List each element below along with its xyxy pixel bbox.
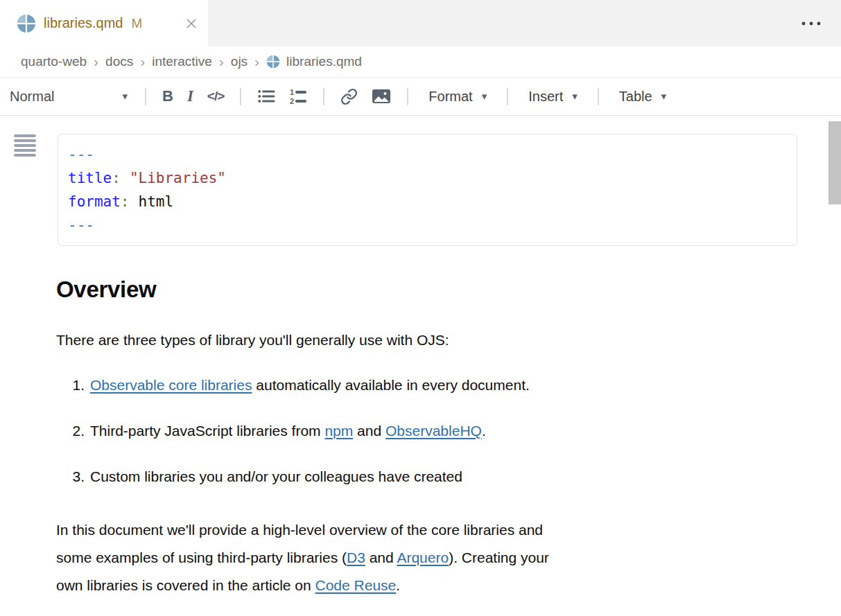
toolbar-separator <box>145 88 146 105</box>
yaml-key: format <box>68 193 121 210</box>
scrollbar-thumb[interactable] <box>829 121 841 204</box>
toolbar-separator <box>323 88 324 105</box>
intro-paragraph: There are three types of library you'll … <box>56 332 841 349</box>
chevron-down-icon: ▾ <box>661 90 667 103</box>
editor-content: --- title:"Libraries" format:html --- Ov… <box>0 134 841 599</box>
list-item: 3. Custom libraries you and/or your coll… <box>56 466 841 487</box>
list-item-text-segment: . <box>482 423 486 439</box>
yaml-colon: : <box>121 193 130 210</box>
link-button[interactable] <box>340 88 358 105</box>
insert-menu-button[interactable]: Insert ▾ <box>524 88 582 105</box>
breadcrumb-item[interactable]: interactive <box>152 54 212 69</box>
list-item-text: Custom libraries you and/or your colleag… <box>90 466 462 487</box>
bold-button[interactable]: B <box>162 87 173 105</box>
link-observable-core-libraries[interactable]: Observable core libraries <box>90 377 252 393</box>
yaml-line: --- <box>68 143 786 166</box>
tab-libraries-qmd[interactable]: libraries.qmd M <box>0 0 208 46</box>
yaml-front-matter[interactable]: --- title:"Libraries" format:html --- <box>58 134 797 246</box>
table-menu-button[interactable]: Table ▾ <box>615 88 670 105</box>
modified-badge: M <box>131 16 142 31</box>
link-npm[interactable]: npm <box>324 423 353 439</box>
quarto-visual-editor-window: libraries.qmd M quarto-web › docs › inte… <box>0 0 841 616</box>
quarto-icon <box>17 14 36 33</box>
chevron-right-icon: › <box>94 54 98 70</box>
close-icon[interactable] <box>186 18 197 29</box>
numbered-list-icon: 1 2 <box>289 87 307 105</box>
paragraph-line: In this document we'll provide a high-le… <box>56 516 777 544</box>
paragraph-style-value: Normal <box>10 89 54 105</box>
bullet-list-icon <box>257 88 275 105</box>
yaml-line: --- <box>68 213 786 237</box>
formatting-toolbar: Normal ▾ B I </> 1 2 <box>0 78 841 116</box>
page-title: Overview <box>56 276 841 303</box>
yaml-line: title:"Libraries" <box>68 166 786 190</box>
code-button[interactable]: </> <box>207 89 224 104</box>
library-types-list: 1. Observable core libraries automatical… <box>56 375 841 487</box>
yaml-key: title <box>68 170 112 186</box>
list-item-text-segment: automatically available in every documen… <box>252 377 529 393</box>
yaml-delimiter: --- <box>68 146 94 163</box>
paragraph-text-segment: ). Creating your <box>449 549 549 565</box>
chevron-down-icon: ▾ <box>482 90 487 103</box>
list-item-text-segment: and <box>353 423 385 439</box>
breadcrumb-item[interactable]: ojs <box>231 54 248 69</box>
svg-text:2: 2 <box>290 97 294 105</box>
paragraph-style-dropdown[interactable]: Normal ▾ <box>10 89 128 105</box>
link-code-reuse[interactable]: Code Reuse <box>315 577 397 593</box>
chevron-right-icon: › <box>140 54 145 70</box>
chevron-right-icon: › <box>219 54 224 70</box>
chevron-down-icon: ▾ <box>572 90 578 103</box>
tab-bar: libraries.qmd M <box>0 0 841 46</box>
yaml-line: format:html <box>68 190 786 213</box>
paragraph-line: own libraries is covered in the article … <box>56 572 777 599</box>
breadcrumb-item-file[interactable]: libraries.qmd <box>266 54 362 69</box>
list-number: 1. <box>56 375 85 396</box>
yaml-value: html <box>139 193 174 210</box>
breadcrumb-item[interactable]: quarto-web <box>21 54 87 69</box>
link-icon <box>340 88 358 105</box>
image-icon <box>372 88 391 105</box>
toolbar-separator <box>598 88 599 105</box>
list-number: 2. <box>56 421 85 441</box>
paragraph-text-segment: and <box>365 549 397 565</box>
svg-text:1: 1 <box>290 88 294 96</box>
format-menu-label: Format <box>428 89 472 105</box>
quarto-icon <box>266 55 280 69</box>
closing-paragraph: In this document we'll provide a high-le… <box>56 516 777 599</box>
toolbar-separator <box>407 88 408 105</box>
insert-menu-label: Insert <box>528 89 563 105</box>
list-item-text-segment: Third-party JavaScript libraries from <box>90 423 324 439</box>
yaml-front-matter-row: --- title:"Libraries" format:html --- <box>0 134 841 246</box>
chevron-right-icon: › <box>254 54 259 70</box>
italic-button[interactable]: I <box>187 87 193 105</box>
drag-handle-icon[interactable] <box>14 134 36 159</box>
yaml-colon: : <box>112 170 121 186</box>
chevron-down-icon: ▾ <box>122 90 128 103</box>
link-d3[interactable]: D3 <box>347 549 365 565</box>
paragraph-text-segment: . <box>396 577 400 593</box>
paragraph-text-segment: some examples of using third-party libra… <box>56 549 347 565</box>
yaml-value: "Libraries" <box>130 170 226 186</box>
link-observablehq[interactable]: ObservableHQ <box>385 423 482 439</box>
list-item-text-segment: Custom libraries you and/or your colleag… <box>90 468 462 484</box>
bullet-list-button[interactable] <box>257 88 275 105</box>
paragraph-text-segment: In this document we'll provide a high-le… <box>56 522 543 538</box>
list-number: 3. <box>56 466 85 487</box>
list-item: 2. Third-party JavaScript libraries from… <box>56 421 841 441</box>
list-item-text: Third-party JavaScript libraries from np… <box>90 421 486 441</box>
breadcrumb: quarto-web › docs › interactive › ojs › … <box>0 46 841 78</box>
breadcrumb-filename: libraries.qmd <box>286 54 362 69</box>
paragraph-line: some examples of using third-party libra… <box>56 544 777 572</box>
yaml-delimiter: --- <box>68 217 94 234</box>
list-item: 1. Observable core libraries automatical… <box>56 375 841 396</box>
list-item-text: Observable core libraries automatically … <box>90 375 530 396</box>
paragraph-text-segment: own libraries is covered in the article … <box>56 577 315 593</box>
toolbar-separator <box>240 88 241 105</box>
image-button[interactable] <box>372 88 391 105</box>
breadcrumb-item[interactable]: docs <box>105 54 133 69</box>
tab-filename: libraries.qmd <box>44 15 123 31</box>
more-actions-icon[interactable] <box>801 21 822 26</box>
format-menu-button[interactable]: Format ▾ <box>424 88 491 105</box>
numbered-list-button[interactable]: 1 2 <box>289 87 307 105</box>
link-arquero[interactable]: Arquero <box>397 549 449 565</box>
